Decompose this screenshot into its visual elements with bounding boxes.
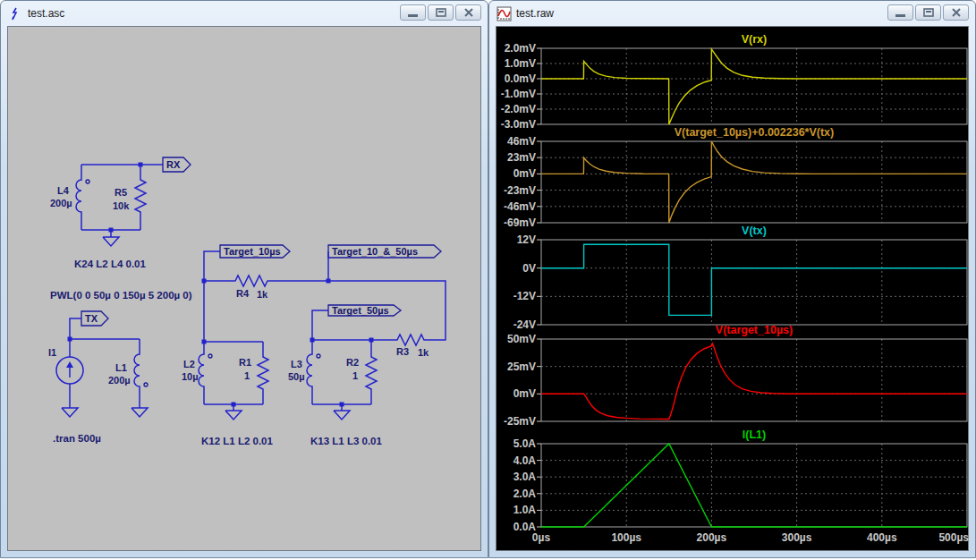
value-R2[interactable]: 1 <box>352 370 358 381</box>
label-I1[interactable]: I1 <box>48 347 56 358</box>
minimize-button[interactable] <box>400 4 426 21</box>
pane-title-1[interactable]: V(target_10µs)+0.002236*V(tx) <box>675 126 834 139</box>
label-L1[interactable]: L1 <box>115 362 127 373</box>
close-button[interactable] <box>455 4 481 21</box>
wires-l3r2[interactable] <box>312 340 371 404</box>
net-flag-target50[interactable]: Target_50µs <box>328 305 401 316</box>
minimize-button[interactable] <box>887 4 913 21</box>
directive-k24[interactable]: K24 L2 L4 0.01 <box>74 259 147 269</box>
y-axis-tick-label: -24V <box>513 318 536 331</box>
label-L3[interactable]: L3 <box>291 359 302 369</box>
net-flag-target1050[interactable]: Target_10_&_50µs <box>328 245 441 258</box>
waveform-plot-area[interactable]: 2.0mV1.0mV0.0mV-1.0mV-2.0mV-3.0mVV(rx)46… <box>496 27 970 551</box>
inductor-L3[interactable] <box>307 351 320 390</box>
flag-label-target1050: Target_10_&_50µs <box>332 246 418 257</box>
junction-node <box>68 337 72 342</box>
label-L2[interactable]: L2 <box>183 359 195 369</box>
junction-node <box>310 338 315 343</box>
schematic-titlebar[interactable]: test.asc <box>1 1 488 26</box>
arrow-up-icon <box>66 361 73 368</box>
trace-0[interactable] <box>541 49 967 124</box>
trace-2[interactable] <box>541 244 967 315</box>
waveform-titlebar[interactable]: test.raw <box>489 1 975 26</box>
pane-title-3[interactable]: V(target_10µs) <box>716 324 793 336</box>
resistor-R3[interactable] <box>395 335 428 345</box>
label-R5[interactable]: R5 <box>115 187 127 198</box>
value-L4[interactable]: 200µ <box>50 198 72 208</box>
label-R1[interactable]: R1 <box>239 357 251 368</box>
restore-icon <box>436 8 446 17</box>
flag-label-tx: TX <box>85 313 98 324</box>
wires-tx-circuit[interactable] <box>70 318 140 402</box>
trace-3[interactable] <box>541 344 967 419</box>
resistor-R5[interactable] <box>135 176 146 217</box>
wires-l2r1[interactable] <box>204 342 263 404</box>
y-axis-tick-label: 0mV <box>513 387 536 400</box>
restore-button[interactable] <box>428 4 454 21</box>
value-L2[interactable]: 10µ <box>182 371 199 382</box>
pane-title-4[interactable]: I(L1) <box>743 428 766 441</box>
phase-dot-L1 <box>144 383 148 386</box>
label-L4[interactable]: L4 <box>57 185 70 196</box>
y-axis-tick-label: 0V <box>522 262 536 275</box>
label-R2[interactable]: R2 <box>346 357 359 368</box>
x-axis-tick-label: 500µs <box>938 531 969 544</box>
window-title: test.asc <box>28 7 64 20</box>
y-axis-tick-label: 46mV <box>507 135 536 148</box>
trace-4[interactable] <box>541 444 967 527</box>
pane-title-0[interactable]: V(rx) <box>742 33 767 46</box>
junction-node <box>202 340 207 344</box>
schematic-canvas[interactable]: RX L4 200µ R5 10k K24 L2 L4 0.01 PWL(0 0… <box>7 26 481 551</box>
flag-label-target10: Target_10µs <box>224 246 281 257</box>
y-axis-tick-label: -1.0mV <box>501 88 536 100</box>
ground-symbol-l1[interactable] <box>132 402 148 417</box>
label-R4[interactable]: R4 <box>236 288 250 299</box>
resistor-R4[interactable] <box>233 276 270 286</box>
value-R4[interactable]: 1k <box>257 289 268 300</box>
wave-pane-4: 5.0A4.0A3.0A2.0A1.0A0.0AI(L1) <box>513 428 967 533</box>
ground-symbol-l3r2[interactable] <box>334 404 350 420</box>
ground-symbol-l2r1[interactable] <box>225 404 242 420</box>
value-R5[interactable]: 10k <box>113 200 130 211</box>
plot-border <box>541 339 967 421</box>
value-R1[interactable]: 1 <box>244 370 250 381</box>
ground-symbol-rx[interactable] <box>103 230 119 246</box>
ground-symbol-i1[interactable] <box>62 402 78 417</box>
waveform-canvas[interactable]: 2.0mV1.0mV0.0mV-1.0mV-2.0mV-3.0mVV(rx)46… <box>496 26 969 551</box>
y-axis-tick-label: -69mV <box>504 216 536 229</box>
directive-k12[interactable]: K12 L1 L2 0.01 <box>201 436 274 446</box>
net-flag-rx[interactable]: RX <box>163 157 191 172</box>
label-R3[interactable]: R3 <box>396 346 409 357</box>
value-R3[interactable]: 1k <box>418 347 429 358</box>
x-axis-tick-label: 0µs <box>532 531 551 544</box>
y-axis-tick-label: 5.0A <box>513 437 537 450</box>
inductor-L4[interactable] <box>76 176 89 216</box>
y-axis-tick-label: 1.0mV <box>505 57 536 70</box>
directive-k13[interactable]: K13 L1 L3 0.01 <box>310 436 383 446</box>
directive-pwl[interactable]: PWL(0 0 50µ 0 150µ 5 200µ 0) <box>50 290 192 301</box>
value-L3[interactable]: 50µ <box>288 371 305 382</box>
y-axis-tick-label: 2.0mV <box>505 42 536 55</box>
schematic-window: test.asc <box>0 0 488 558</box>
inductor-L2[interactable] <box>199 351 212 390</box>
resistor-R1[interactable] <box>258 353 268 395</box>
inductor-L1[interactable] <box>134 351 148 390</box>
net-flag-tx[interactable]: TX <box>81 311 108 326</box>
wave-pane-3: 50mV25mV0mV-25mVV(target_10µs) <box>504 324 967 428</box>
current-source-I1[interactable] <box>56 357 83 384</box>
directive-tran[interactable]: .tran 500µ <box>53 433 101 444</box>
value-L1[interactable]: 200µ <box>108 375 131 386</box>
resistor-R2[interactable] <box>366 353 377 395</box>
minimize-icon <box>408 9 418 17</box>
pane-title-2[interactable]: V(tx) <box>742 225 767 237</box>
net-flag-target10[interactable]: Target_10µs <box>220 245 290 258</box>
y-axis-tick-label: 12V <box>517 233 536 246</box>
trace-1[interactable] <box>541 141 967 223</box>
y-axis-tick-label: -2.0mV <box>501 103 536 115</box>
y-axis-tick-label: -46mV <box>504 200 536 213</box>
plot-border <box>541 48 967 124</box>
schematic-drawing[interactable]: RX L4 200µ R5 10k K24 L2 L4 0.01 PWL(0 0… <box>8 27 482 553</box>
close-button[interactable] <box>943 4 969 21</box>
y-axis-tick-label: 4.0A <box>513 454 537 467</box>
restore-button[interactable] <box>915 4 941 21</box>
